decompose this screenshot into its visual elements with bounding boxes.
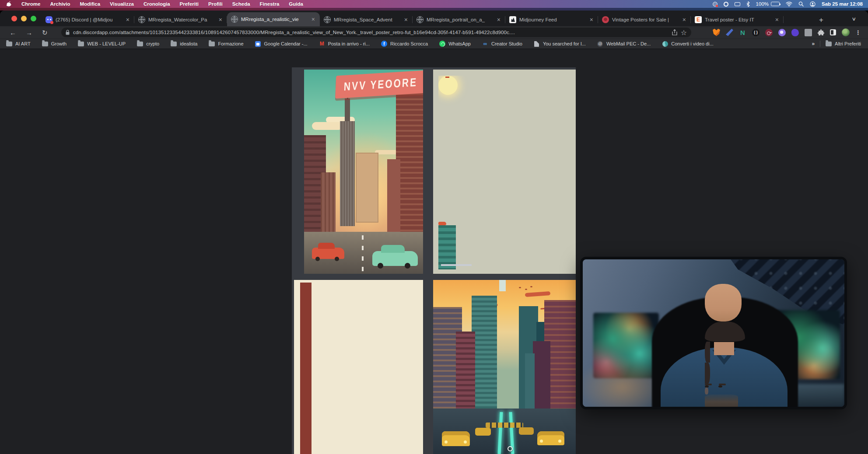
loom-icon[interactable] (724, 1, 728, 7)
tab-etsy[interactable]: E Travel poster - Etsy IT × (691, 13, 784, 26)
purple-extension-icon[interactable] (791, 29, 799, 36)
tab-space-adventure[interactable]: MRregista_Space_Advent × (320, 13, 413, 26)
new-tab-button[interactable]: + (819, 16, 823, 24)
bookmark-facebook-profile[interactable]: fRiccardo Scrocca (381, 41, 428, 47)
user-switch-icon[interactable] (810, 1, 816, 7)
poster-sunburst-tower: NYYEW (294, 280, 423, 454)
back-button[interactable]: ← (10, 29, 16, 36)
tab-midjourney-feed[interactable]: Midjourney Feed × (505, 13, 598, 26)
forward-button[interactable]: → (26, 29, 32, 36)
bookmark-creator-studio[interactable]: ∞Creator Studio (482, 41, 522, 47)
tab-close-icon[interactable]: × (774, 17, 780, 23)
menu-profili[interactable]: Profili (203, 1, 228, 7)
metamask-extension-icon[interactable] (713, 29, 720, 36)
gmail-icon: M (319, 41, 325, 47)
reload-button[interactable]: ↻ (42, 29, 48, 36)
globe-favicon-icon (324, 16, 331, 23)
bookmark-gmail-inbox[interactable]: MPosta in arrivo - ri... (319, 41, 370, 47)
password-key-extension-icon[interactable] (765, 29, 773, 36)
midjourney-grid-image[interactable]: NVV YEOORE (292, 67, 576, 454)
display-icon[interactable] (735, 1, 740, 7)
side-panel-icon[interactable] (830, 29, 836, 35)
tab-search-chevron-icon[interactable]: ˅ (852, 16, 856, 22)
tab-close-icon[interactable]: × (218, 17, 223, 23)
minimize-window-button[interactable] (21, 16, 27, 21)
share-icon[interactable] (672, 29, 677, 35)
apple-logo-icon[interactable] (6, 1, 11, 7)
tab-close-icon[interactable]: × (496, 17, 501, 23)
menu-bar-clock[interactable]: Sab 25 mar 12:08 (822, 1, 863, 7)
macos-menu-bar: Chrome Archivio Modifica Visualizza Cron… (0, 0, 868, 8)
menu-chrome[interactable]: Chrome (17, 1, 45, 7)
screen-record-icon[interactable] (713, 1, 718, 7)
extensions-puzzle-icon[interactable] (818, 29, 824, 36)
green-n-extension-icon[interactable]: N (739, 29, 746, 36)
tab-close-icon[interactable]: × (403, 17, 409, 23)
tab-realistic-view-active[interactable]: MRregista_a_realistic_vie × (227, 12, 320, 26)
bookmark-folder-idealista[interactable]: idealista (171, 41, 197, 47)
chrome-menu-kebab-icon[interactable]: ⋮ (855, 29, 861, 36)
menu-cronologia[interactable]: Cronologia (139, 1, 175, 7)
facebook-icon: f (381, 41, 387, 47)
bookmarks-bar: AI ART Growth WEB - LEVEL-UP crypto idea… (0, 38, 868, 49)
tab-portrait[interactable]: MRregista_portrait_on_a_ × (413, 13, 505, 26)
menu-archivio[interactable]: Archivio (45, 1, 75, 7)
folder-icon (171, 41, 177, 47)
black-round-extension-icon[interactable]: ( ) (752, 29, 760, 36)
spotlight-search-icon[interactable] (798, 1, 804, 7)
menu-guida[interactable]: Guida (284, 1, 308, 7)
screenshot-grid-extension-icon[interactable] (805, 29, 812, 36)
close-window-button[interactable] (11, 16, 17, 21)
bookmark-other-favorites[interactable]: Altri Preferiti (826, 41, 861, 47)
tab-close-icon[interactable]: × (311, 16, 316, 22)
menu-preferiti[interactable]: Preferiti (175, 1, 203, 7)
bookmarks-overflow-icon[interactable]: » (812, 41, 815, 47)
presenter-neck (714, 342, 734, 355)
bookmark-folder-web-level-up[interactable]: WEB - LEVEL-UP (78, 41, 126, 47)
bookmark-you-searched[interactable]: You searched for I... (534, 41, 586, 47)
bookmark-star-icon[interactable]: ☆ (681, 28, 687, 37)
whatsapp-icon (439, 41, 445, 47)
bluetooth-icon[interactable] (746, 1, 750, 7)
tab-discord[interactable]: (2765) Discord | @Midjou × (42, 13, 134, 26)
bookmark-folder-crypto[interactable]: crypto (137, 41, 159, 47)
tab-close-icon[interactable]: × (682, 17, 687, 23)
menu-scheda[interactable]: Scheda (228, 1, 255, 7)
globe-favicon-icon (138, 16, 145, 23)
menu-modifica[interactable]: Modifica (75, 1, 105, 7)
empire-state-building-illustration (494, 291, 512, 409)
taxi-illustration (537, 431, 564, 445)
wifi-icon[interactable] (786, 1, 792, 7)
bookmark-google-calendar[interactable]: Google Calendar -... (255, 41, 308, 47)
bookmark-folder-ai-art[interactable]: AI ART (6, 41, 31, 47)
profile-avatar[interactable] (842, 28, 850, 36)
helicopter-illustration (438, 222, 446, 225)
menu-finestra[interactable]: Finestra (255, 1, 284, 7)
bookmark-converti-video[interactable]: Converti i video di... (662, 41, 714, 47)
globe-favicon-icon (416, 16, 424, 23)
bookmark-whatsapp[interactable]: WhatsApp (439, 41, 471, 47)
lavender-extension-icon[interactable] (778, 29, 786, 36)
folder-icon (78, 41, 84, 47)
bookmark-folder-growth[interactable]: Growth (42, 41, 66, 47)
discord-favicon-icon (46, 16, 52, 23)
battery-icon (771, 2, 780, 6)
menu-visualizza[interactable]: Visualizza (105, 1, 139, 7)
folder-icon (826, 41, 832, 47)
battery-indicator[interactable]: 100% (756, 1, 780, 7)
bookmark-folder-formazione[interactable]: Formazione (209, 41, 243, 47)
zoom-window-button[interactable] (31, 16, 36, 21)
tab-close-icon[interactable]: × (125, 17, 130, 23)
webcam-overlay (580, 257, 847, 409)
empire-state-building-illustration (340, 121, 355, 226)
address-bar[interactable]: cdn.discordapp.com/attachments/101351233… (61, 28, 691, 37)
browser-toolbar: ← → ↻ cdn.discordapp.com/attachments/101… (0, 26, 868, 38)
tab-watercolor[interactable]: MRregista_Watercolor_Pa × (134, 13, 227, 26)
tab-vintage-posters[interactable]: Vintage Posters for Sale | × (598, 13, 691, 26)
midjourney-favicon-icon (509, 16, 516, 23)
converter-icon (662, 41, 668, 47)
bookmark-webmail-pec[interactable]: @WebMail PEC - De... (597, 41, 651, 47)
tab-close-icon[interactable]: × (589, 17, 594, 23)
chrome-window: (2765) Discord | @Midjou × MRregista_Wat… (0, 10, 868, 454)
blue-feather-extension-icon[interactable] (726, 29, 733, 36)
